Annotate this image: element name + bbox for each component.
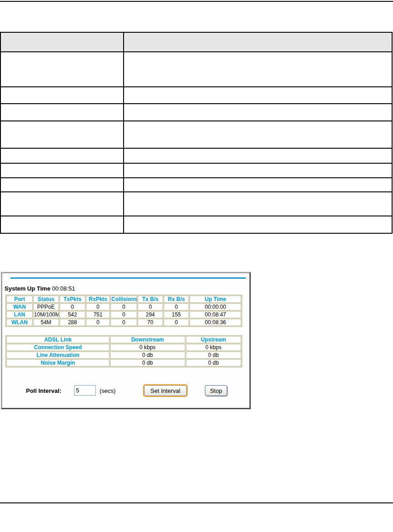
table-row (0, 192, 392, 216)
table-row (0, 216, 392, 233)
table-cell (0, 104, 124, 121)
table-cell (124, 121, 392, 148)
column-header: Downstream (110, 336, 185, 343)
table-row (0, 52, 392, 87)
table-cell: 0 (110, 303, 137, 311)
table-row: Port Status TxPkts RxPkts Collisions Tx … (6, 296, 241, 303)
table-row (0, 87, 392, 104)
table-cell (0, 121, 124, 148)
adsl-row-label: Line Attenuation (6, 351, 109, 359)
table-cell (124, 192, 392, 216)
column-header: TxPkts (60, 296, 86, 303)
table-row (0, 178, 392, 192)
column-header: Port (6, 296, 33, 303)
manual-page: System Up Time 00:08:51 Port Status TxPk… (0, 0, 393, 532)
column-header: Collisions (110, 296, 137, 303)
adsl-row-label: Connection Speed (6, 344, 109, 351)
system-up-time: System Up Time 00:08:51 (5, 285, 75, 292)
table-cell: 751 (86, 311, 110, 318)
table-cell (124, 52, 392, 87)
set-interval-button[interactable]: Set Interval (144, 385, 187, 396)
table-row (0, 121, 392, 148)
table-cell: 0 (138, 303, 163, 311)
stop-button[interactable]: Stop (205, 385, 227, 396)
table-cell (124, 104, 392, 121)
page-bottom-rule (0, 502, 393, 503)
accent-divider (10, 277, 246, 279)
reference-table-header-cell (0, 32, 124, 52)
table-cell: 0 (164, 303, 189, 311)
column-header: Rx B/s (164, 296, 189, 303)
table-cell (124, 148, 392, 163)
table-cell (0, 52, 124, 87)
table-row: Line Attenuation 0 db 0 db (6, 351, 241, 359)
table-cell: 0 db (186, 351, 241, 359)
column-header: Upstream (186, 336, 241, 343)
column-header: RxPkts (86, 296, 110, 303)
table-cell: PPPoE (33, 303, 59, 311)
port-label: WLAN (6, 319, 33, 326)
table-cell: 0 (86, 319, 110, 326)
table-cell: 0 (110, 319, 137, 326)
table-cell: 0 kbps (186, 344, 241, 351)
system-up-time-value: 00:08:51 (52, 285, 75, 292)
table-row: ADSL Link Downstream Upstream (6, 336, 241, 343)
table-cell (0, 216, 124, 233)
column-header: ADSL Link (6, 336, 109, 343)
table-cell: 155 (164, 311, 189, 318)
table-cell: 0 (164, 319, 189, 326)
table-row (0, 104, 392, 121)
table-cell (0, 148, 124, 163)
table-cell (124, 178, 392, 192)
table-row: Noise Margin 0 db 0 db (6, 359, 241, 366)
table-cell (124, 87, 392, 104)
table-cell (0, 87, 124, 104)
table-cell: 0 (60, 303, 86, 311)
poll-interval-input[interactable] (74, 385, 96, 396)
table-cell: 294 (138, 311, 163, 318)
table-cell: 0 db (186, 359, 241, 366)
table-row: Connection Speed 0 kbps 0 kbps (6, 344, 241, 351)
table-row: WLAN 54M 288 0 0 70 0 00:08:36 (6, 319, 241, 326)
page-top-rule (0, 1, 393, 2)
table-cell: 54M (33, 319, 59, 326)
column-header: Status (33, 296, 59, 303)
table-cell (124, 163, 392, 178)
reference-table-header-row (0, 32, 392, 52)
column-header: Up Time (189, 296, 241, 303)
router-status-panel: System Up Time 00:08:51 Port Status TxPk… (1, 272, 251, 409)
reference-table (0, 32, 393, 234)
port-label: WAN (6, 303, 33, 311)
adsl-link-table: ADSL Link Downstream Upstream Connection… (5, 335, 242, 367)
table-cell: 288 (60, 319, 86, 326)
poll-interval-label: Poll Interval: (26, 387, 61, 394)
table-row (0, 163, 392, 178)
table-cell: 10M/100M (33, 311, 59, 318)
system-up-time-label: System Up Time (5, 285, 50, 292)
table-cell: 0 (110, 311, 137, 318)
table-cell: 00:00:00 (189, 303, 241, 311)
table-row: WAN PPPoE 0 0 0 0 0 00:00:00 (6, 303, 241, 311)
column-header: Tx B/s (138, 296, 163, 303)
port-statistics-table: Port Status TxPkts RxPkts Collisions Tx … (5, 295, 242, 327)
poll-interval-unit: (secs) (99, 387, 115, 394)
table-cell: 0 db (110, 359, 185, 366)
table-cell: 0 (86, 303, 110, 311)
table-cell: 542 (60, 311, 86, 318)
table-cell: 0 kbps (110, 344, 185, 351)
table-cell: 00:08:36 (189, 319, 241, 326)
table-cell (124, 216, 392, 233)
table-cell (0, 178, 124, 192)
reference-table-header-cell (124, 32, 392, 52)
table-cell: 00:08:47 (189, 311, 241, 318)
port-label: LAN (6, 311, 33, 318)
table-cell: 0 db (110, 351, 185, 359)
table-row: LAN 10M/100M 542 751 0 294 155 00:08:47 (6, 311, 241, 318)
table-cell: 70 (138, 319, 163, 326)
table-cell (0, 163, 124, 178)
adsl-row-label: Noise Margin (6, 359, 109, 366)
table-cell (0, 192, 124, 216)
table-row (0, 148, 392, 163)
